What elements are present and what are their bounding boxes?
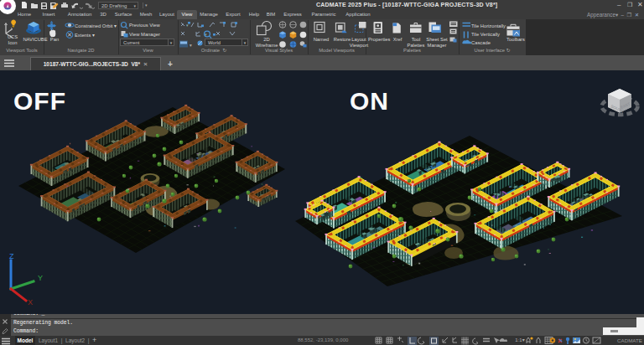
svg-text:▾: ▾ (190, 43, 192, 48)
svg-text:Z: Z (9, 252, 14, 260)
svg-text:OFF: OFF (13, 87, 66, 115)
svg-text:ON: ON (350, 87, 389, 115)
svg-text:X: X (28, 298, 33, 306)
svg-text:Y: Y (38, 274, 43, 282)
